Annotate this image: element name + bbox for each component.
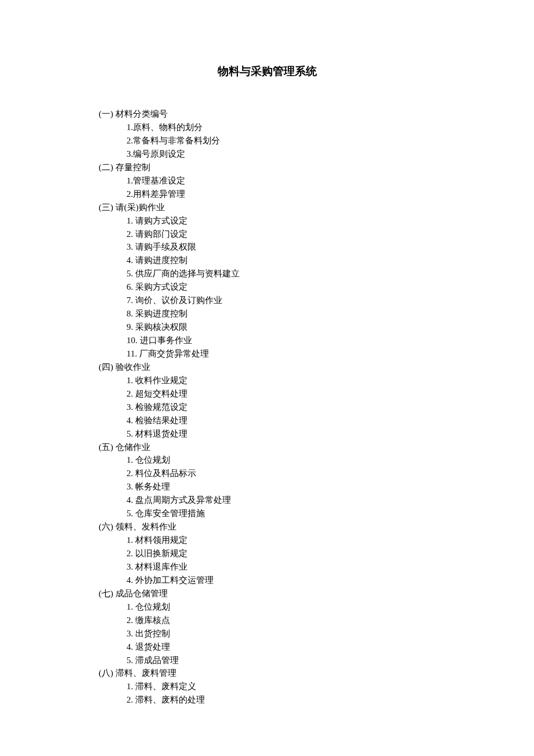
list-item: 4. 请购进度控制 [99,254,435,267]
list-item: 5. 滞成品管理 [99,654,435,667]
list-item: 2.用料差异管理 [99,188,435,201]
list-item: 5. 仓库安全管理措施 [99,507,435,520]
list-item: 2. 以旧换新规定 [99,547,435,560]
list-item: 1. 滞料、废料定义 [99,680,435,693]
list-item: 7. 询价、议价及订购作业 [99,294,435,307]
list-item: 3. 材料退库作业 [99,560,435,574]
document-title: 物料与采购管理系统 [99,63,435,80]
list-item: 2. 缴库核点 [99,614,435,627]
list-item: 1. 请购方式设定 [99,214,435,228]
list-item: 2. 请购部门设定 [99,228,435,241]
list-item: 3. 出货控制 [99,627,435,640]
list-item: 1.管理基准设定 [99,174,435,188]
list-item: 2. 超短交料处理 [99,387,435,401]
page-container: 物料与采购管理系统 (一) 材料分类编号1.原料、物料的划分2.常备料与非常备料… [0,0,534,707]
list-item: 3. 帐务处理 [99,480,435,494]
list-item: 4. 退货处理 [99,640,435,654]
list-item: 8. 采购进度控制 [99,307,435,321]
list-item: 3. 请购手续及权限 [99,240,435,254]
list-item: 9. 采购核决权限 [99,321,435,334]
section-header: (七) 成品仓储管理 [99,587,435,600]
outline-container: (一) 材料分类编号1.原料、物料的划分2.常备料与非常备料划分3.编号原则设定… [99,107,435,707]
section-header: (三) 请(采)购作业 [99,201,435,214]
list-item: 1.原料、物料的划分 [99,121,435,134]
section-header: (二) 存量控制 [99,161,435,174]
list-item: 6. 采购方式设定 [99,280,435,294]
list-item: 4. 外协加工料交运管理 [99,574,435,587]
list-item: 4. 检验结果处理 [99,414,435,427]
list-item: 2. 滞料、废料的处理 [99,693,435,707]
section-header: (五) 仓储作业 [99,441,435,454]
section-header: (六) 领料、发料作业 [99,520,435,534]
list-item: 2. 料位及料品标示 [99,467,435,480]
section-header: (八) 滞料、废料管理 [99,667,435,680]
list-item: 11. 厂商交货异常处理 [99,347,435,361]
list-item: 5. 材料退货处理 [99,427,435,441]
list-item: 1. 收料作业规定 [99,374,435,387]
section-header: (四) 验收作业 [99,361,435,374]
list-item: 1. 仓位规划 [99,453,435,467]
list-item: 3. 检验规范设定 [99,401,435,414]
list-item: 5. 供应厂商的选择与资料建立 [99,267,435,280]
list-item: 3.编号原则设定 [99,147,435,161]
list-item: 2.常备料与非常备料划分 [99,134,435,147]
list-item: 1. 仓位规划 [99,600,435,614]
list-item: 4. 盘点周期方式及异常处理 [99,494,435,507]
list-item: 10. 进口事务作业 [99,334,435,347]
list-item: 1. 材料领用规定 [99,534,435,547]
section-header: (一) 材料分类编号 [99,107,435,121]
